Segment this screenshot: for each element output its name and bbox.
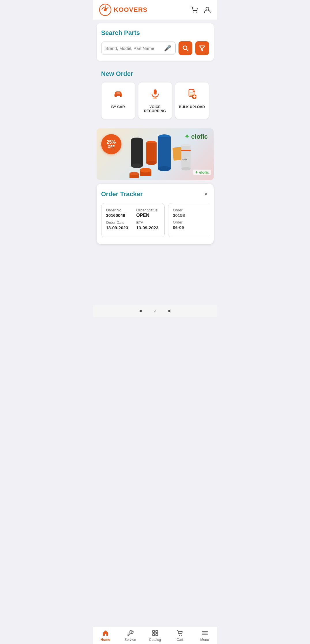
nav-item-service[interactable]: Service [118,627,143,644]
tracker-card-2[interactable]: Order 30158 Order 06-09 [168,203,209,237]
android-circle-btn[interactable]: ○ [153,308,156,313]
svg-point-2 [193,12,194,13]
order2-no-field: Order 30158 [173,208,209,218]
nav-item-catalog[interactable]: Catalog [143,627,168,644]
svg-point-9 [120,95,121,97]
tracker-card-2-row-bottom: Order 06-09 [173,220,209,230]
search-title: Search Parts [101,29,209,37]
cart-nav-icon [176,630,183,637]
banner-brand-bottom: ✦ elofic [193,170,211,175]
voice-recording-icon [150,88,161,102]
nav-label-home: Home [101,638,110,642]
order-status-value: OPEN [136,213,160,218]
by-car-label: BY CAR [111,105,125,109]
home-icon [102,630,109,637]
svg-rect-37 [181,146,191,169]
order-eta-field: ETA 13-09-2023 [136,220,160,230]
svg-point-8 [115,95,117,97]
order-date-label: Order Date [106,220,129,225]
order-card-by-car[interactable]: BY CAR [101,82,135,119]
order-card-voice-recording[interactable]: VOICERECORDING [138,82,172,119]
header-icons [191,6,211,14]
search-magnifier-icon [182,45,189,51]
search-input[interactable] [106,46,164,51]
cart-icon[interactable] [191,6,199,14]
service-icon [127,630,134,637]
tracker-card-row-bottom: Order Date 13-09-2023 ETA 13-09-2023 [106,220,160,230]
new-order-title: New Order [101,70,209,78]
filter-icon [199,45,205,51]
order-no-label: Order No [106,208,129,212]
search-button[interactable] [179,41,192,55]
nav-item-cart[interactable]: Cart [168,627,192,644]
nav-label-catalog: Catalog [149,638,161,642]
svg-rect-11 [154,89,157,95]
android-nav: ■ ○ ◀ [93,305,217,317]
svg-point-4 [206,7,209,10]
search-row: 🎤 [101,41,209,55]
svg-point-28 [146,161,157,165]
car-icon [113,88,124,102]
order-eta-label: ETA [136,220,160,225]
order2-no-label: Order [173,208,209,212]
order-card-bulk-upload[interactable]: BULK UPLOAD [175,82,209,119]
order2-date-value: 06-09 [173,225,209,230]
bulk-upload-icon [187,88,198,102]
order2-date-label: Order [173,220,209,224]
svg-point-49 [181,635,182,636]
user-icon[interactable] [203,6,211,14]
svg-point-43 [129,172,139,175]
new-order-section: New Order BY CAR [97,64,214,125]
banner-section[interactable]: 25% OFF [97,128,214,180]
search-section: Search Parts 🎤 [97,23,214,61]
close-tracker-button[interactable]: × [203,189,209,198]
order-no-field: Order No 30160049 [106,208,129,218]
filter-button[interactable] [195,41,209,55]
catalog-icon [152,630,159,637]
menu-icon [201,630,208,637]
order-tracker-section: Order Tracker × Order No 30160049 Order … [97,184,214,244]
logo: KOOVERS [99,3,148,16]
bottom-nav: Home Service Catalog Cart Menu [93,626,217,644]
mic-icon[interactable]: 🎤 [164,45,171,52]
nav-item-menu[interactable]: Menu [192,627,217,644]
svg-point-31 [158,166,171,171]
svg-rect-10 [117,92,120,94]
order-status-label: Order Status [136,208,160,212]
svg-point-25 [131,164,143,168]
svg-point-1 [104,8,107,11]
banner-brand: ✦ elofic [184,133,208,140]
logo-text: KOOVERS [114,6,148,14]
svg-marker-7 [200,46,205,51]
svg-point-48 [179,635,180,636]
nav-item-home[interactable]: Home [93,627,118,644]
tracker-card-row-top: Order No 30160049 Order Status OPEN [106,208,160,218]
svg-rect-39 [181,150,191,151]
order-eta-value: 13-09-2023 [136,225,160,230]
tracker-title: Order Tracker [101,190,143,198]
order2-date-field: Order 06-09 [173,220,209,230]
svg-rect-46 [153,634,155,636]
order-date-field: Order Date 13-09-2023 [106,220,129,230]
tracker-card-1[interactable]: Order No 30160049 Order Status OPEN Orde… [101,203,165,237]
svg-point-3 [196,12,197,13]
order-cards: BY CAR VOICERECORDING [101,82,209,119]
svg-rect-30 [158,137,171,169]
tracker-card-2-row-top: Order 30158 [173,208,209,218]
android-square-btn[interactable]: ■ [140,308,142,313]
order-status-field: Order Status OPEN [136,208,160,218]
banner-content: 25% OFF [97,128,214,180]
svg-point-38 [181,167,191,170]
nav-label-cart: Cart [176,638,183,642]
svg-rect-45 [156,630,158,632]
android-back-btn[interactable]: ◀ [167,308,170,313]
svg-rect-24 [131,140,143,166]
order-no-value: 30160049 [106,213,129,218]
svg-line-6 [186,49,188,51]
svg-rect-27 [146,143,157,163]
svg-rect-47 [156,634,158,636]
voice-recording-label: VOICERECORDING [144,105,166,113]
bulk-upload-label: BULK UPLOAD [179,105,205,109]
nav-label-service: Service [124,638,136,642]
svg-rect-44 [153,630,155,632]
